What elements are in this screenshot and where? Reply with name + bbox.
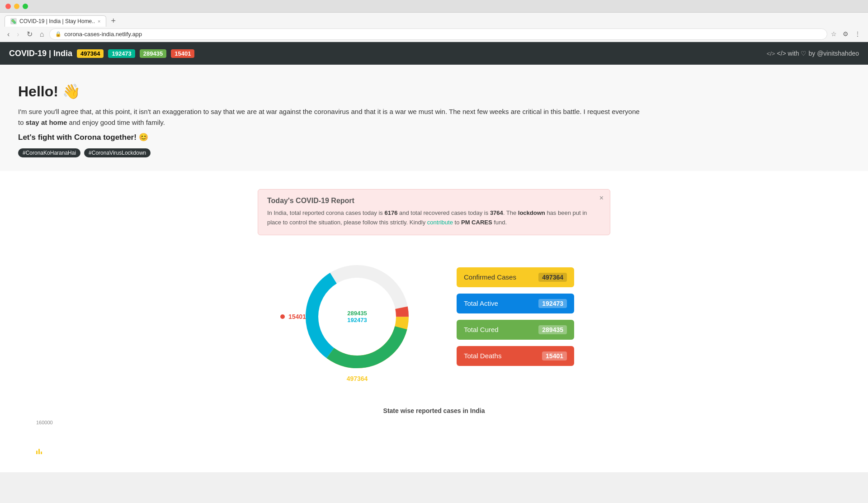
stat-card-active: Total Active 192473 bbox=[457, 294, 574, 313]
covid-alert: Today's COVID-19 Report In India, total … bbox=[258, 189, 610, 235]
stat-card-deaths: Total Deaths 15401 bbox=[457, 346, 574, 366]
chart-section: State wise reported cases in India 16000… bbox=[18, 398, 850, 463]
donut-chart: 289435 192473 15401 497364 bbox=[294, 253, 420, 380]
active-value: 192473 bbox=[538, 299, 567, 308]
home-button[interactable]: ⌂ bbox=[38, 29, 46, 39]
alert-title: Today's COVID-19 Report bbox=[267, 197, 601, 205]
confirmed-label: Confirmed Cases bbox=[464, 273, 516, 281]
active-tab[interactable]: 🦠 COVID-19 | India | Stay Home.. × bbox=[5, 15, 106, 27]
badge-active: 192473 bbox=[108, 49, 135, 58]
tab-bar: 🦠 COVID-19 | India | Stay Home.. × + bbox=[0, 13, 868, 27]
app-navbar: COVID-19 | India 497364 192473 289435 15… bbox=[0, 42, 868, 65]
chart-bars bbox=[36, 427, 832, 454]
chart-title: State wise reported cases in India bbox=[36, 407, 832, 414]
hashtag-1: #CoronaKoHaranaHai bbox=[18, 148, 80, 157]
by-text: by @vinitshahdeo bbox=[808, 50, 859, 57]
confirmed-bottom-label: 497364 bbox=[347, 375, 368, 382]
forward-button[interactable]: › bbox=[15, 29, 21, 39]
new-tab-button[interactable]: + bbox=[108, 16, 118, 26]
new-cases-value: 6176 bbox=[384, 209, 397, 216]
stat-cards-container: Confirmed Cases 497364 Total Active 1924… bbox=[457, 267, 574, 366]
deaths-card-label: Total Deaths bbox=[464, 352, 501, 360]
stat-card-cured: Total Cured 289435 bbox=[457, 320, 574, 340]
badge-deaths: 15401 bbox=[171, 49, 194, 58]
url-input[interactable]: 🔒 corona-cases-india.netlify.app bbox=[49, 28, 827, 40]
confirmed-value: 497364 bbox=[538, 273, 567, 282]
browser-actions: ☆ ⚙ ⋮ bbox=[831, 30, 863, 38]
lockdown-word: lockdown bbox=[518, 209, 545, 216]
badge-confirmed: 497364 bbox=[77, 49, 104, 58]
navbar-brand: COVID-19 | India 497364 192473 289435 15… bbox=[9, 49, 194, 58]
browser-chrome: 🦠 COVID-19 | India | Stay Home.. × + ‹ ›… bbox=[0, 13, 868, 42]
donut-center: 289435 192473 bbox=[347, 310, 367, 323]
contribute-link[interactable]: contribute bbox=[427, 219, 453, 226]
badge-cured: 289435 bbox=[140, 49, 166, 58]
active-label: Total Active bbox=[464, 299, 498, 307]
alert-close-button[interactable]: × bbox=[599, 194, 604, 202]
pm-cares-text: PM CARES bbox=[461, 219, 492, 226]
chart-bar bbox=[38, 449, 40, 454]
extensions-icon[interactable]: ⚙ bbox=[843, 30, 851, 38]
mac-titlebar bbox=[0, 0, 868, 13]
maximize-window-button[interactable] bbox=[23, 4, 28, 9]
stats-section: 289435 192473 15401 497364 Confirmed Cas… bbox=[18, 244, 850, 398]
chart-bar bbox=[36, 451, 38, 454]
lock-icon: 🔒 bbox=[55, 31, 61, 37]
bookmark-icon[interactable]: ☆ bbox=[831, 30, 839, 38]
deaths-card-value: 15401 bbox=[542, 351, 567, 361]
tab-close-button[interactable]: × bbox=[98, 19, 100, 24]
donut-cured-label: 289435 bbox=[347, 310, 367, 317]
chart-y-label: 160000 bbox=[36, 420, 832, 425]
brand-title: COVID-19 | India bbox=[9, 49, 72, 58]
hashtags-container: #CoronaKoHaranaHai #CoronaVirusLockdown bbox=[18, 148, 850, 157]
navbar-right: </> </> with ♡ by @vinitshahdeo bbox=[767, 50, 859, 57]
stay-at-home-text: stay at home bbox=[26, 119, 67, 126]
address-bar: ‹ › ↻ ⌂ 🔒 corona-cases-india.netlify.app… bbox=[0, 27, 868, 42]
with-text: </> with bbox=[777, 50, 799, 57]
alert-body: In India, total reported corona cases to… bbox=[267, 209, 601, 228]
stat-card-confirmed: Confirmed Cases 497364 bbox=[457, 267, 574, 287]
chart-bar bbox=[41, 451, 42, 454]
recovered-value: 3764 bbox=[490, 209, 503, 216]
fight-text: Let's fight with Corona together! 😊 bbox=[18, 133, 850, 142]
hero-paragraph: I'm sure you'll agree that, at this poin… bbox=[18, 106, 642, 128]
cured-value: 289435 bbox=[538, 325, 567, 334]
close-window-button[interactable] bbox=[5, 4, 11, 9]
cured-label: Total Cured bbox=[464, 326, 499, 333]
hashtag-2: #CoronaVirusLockdown bbox=[84, 148, 151, 157]
url-text: corona-cases-india.netlify.app bbox=[64, 31, 142, 38]
greeting-title: Hello! 👋 bbox=[18, 83, 850, 100]
heart-icon: ♡ bbox=[801, 50, 807, 57]
reload-button[interactable]: ↻ bbox=[25, 29, 34, 39]
code-icon: </> bbox=[767, 50, 775, 57]
tab-title: COVID-19 | India | Stay Home.. bbox=[19, 18, 95, 24]
main-content: Today's COVID-19 Report In India, total … bbox=[0, 171, 868, 472]
back-button[interactable]: ‹ bbox=[5, 29, 11, 39]
donut-active-label: 192473 bbox=[347, 317, 367, 323]
minimize-window-button[interactable] bbox=[14, 4, 19, 9]
menu-icon[interactable]: ⋮ bbox=[854, 30, 863, 38]
deaths-label: 15401 bbox=[280, 313, 306, 320]
hero-section: Hello! 👋 I'm sure you'll agree that, at … bbox=[0, 65, 868, 171]
tab-favicon: 🦠 bbox=[10, 18, 17, 24]
